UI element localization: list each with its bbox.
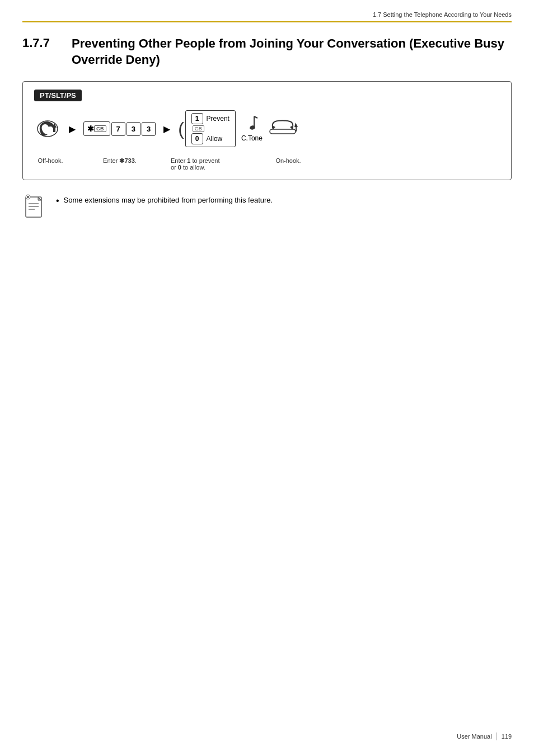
footer-page: 119	[502, 733, 512, 740]
bracket-left: (	[178, 120, 184, 138]
ctone-area: C.Tone	[241, 115, 263, 142]
key-3b: 3	[142, 122, 156, 136]
label-choice-text: Enter 1 to preventor 0 to allow.	[171, 157, 219, 171]
footer-text: User Manual	[457, 733, 491, 740]
header-text: 1.7 Setting the Telephone According to Y…	[373, 11, 512, 18]
bullet-point: •	[56, 196, 59, 205]
section-title: 1.7.7 Preventing Other People from Joini…	[22, 36, 512, 68]
choice-box: 1 Prevent GB 0 Allow	[185, 110, 236, 147]
section-number: 1.7.7	[22, 36, 67, 50]
choice-text-prevent: Prevent	[207, 115, 229, 123]
choice-row-prevent: 1 Prevent	[191, 113, 229, 124]
choice-label-row: GB	[191, 125, 204, 132]
key-gb-label: GB	[94, 125, 106, 132]
svg-rect-5	[270, 129, 296, 134]
note-text: Some extensions may be prohibited from p…	[64, 196, 273, 204]
arrow-1: ▶	[69, 124, 76, 134]
label-onhook: On-hook.	[271, 157, 305, 164]
onhook-icon	[268, 117, 297, 140]
diagram-row: ▶ ✱ GB 7 3 3 ▶ ( 1 Prevent	[34, 110, 500, 147]
note-content: • Some extensions may be prohibited from…	[56, 194, 273, 205]
key-star: ✱ GB	[83, 121, 110, 136]
key-3a: 3	[127, 122, 140, 136]
choice-row-allow: 0 Allow	[191, 133, 222, 144]
choice-text-allow: Allow	[207, 135, 223, 143]
label-keyseq-text: Enter ✱733.	[103, 157, 137, 164]
music-note-icon	[245, 115, 259, 133]
key-7: 7	[111, 122, 125, 136]
choice-num-0: 0	[191, 133, 203, 144]
svg-point-12	[27, 196, 29, 198]
offhook-icon	[34, 117, 61, 140]
page: 1.7 Setting the Telephone According to Y…	[0, 0, 534, 756]
note-section: • Some extensions may be prohibited from…	[22, 194, 512, 218]
ctone-label: C.Tone	[241, 134, 263, 142]
label-offhook: Off-hook.	[34, 157, 67, 164]
labels-row: Off-hook. Enter ✱733. Enter 1 to prevent…	[34, 155, 500, 171]
diagram-box: PT/SLT/PS ▶	[22, 81, 512, 180]
key-sequence: ✱ GB 7 3 3	[83, 121, 156, 136]
label-keyseq: Enter ✱733.	[89, 157, 151, 165]
choice-num-1: 1	[191, 113, 203, 124]
svg-point-4	[249, 125, 255, 130]
header: 1.7 Setting the Telephone According to Y…	[22, 11, 512, 22]
choice-label-gb: GB	[193, 125, 204, 132]
label-choice: Enter 1 to preventor 0 to allow.	[171, 157, 232, 171]
section-heading: Preventing Other People from Joining You…	[72, 36, 512, 68]
footer: User Manual 119	[457, 732, 512, 740]
pt-label: PT/SLT/PS	[34, 90, 82, 101]
footer-divider	[496, 732, 497, 740]
note-icon	[22, 194, 47, 218]
arrow-2: ▶	[163, 124, 170, 134]
